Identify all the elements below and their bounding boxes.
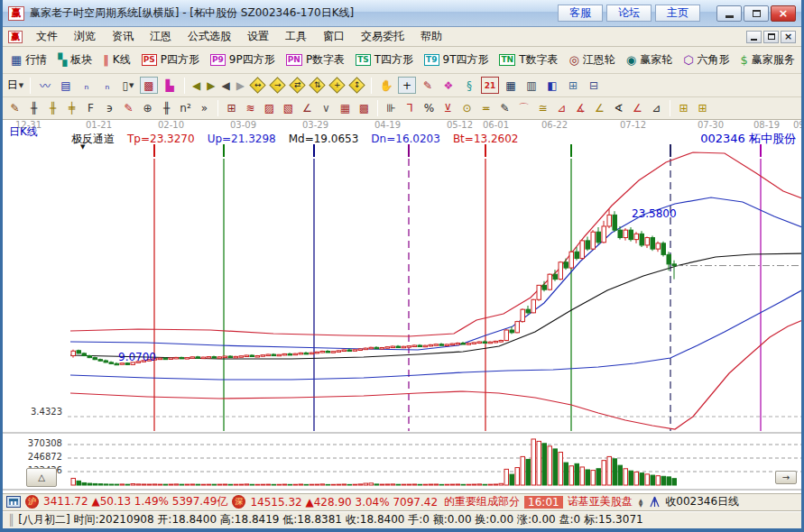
diamond-tool-2[interactable]: ⇄ [289, 77, 305, 93]
maximize-button[interactable] [744, 5, 769, 22]
percent-line[interactable]: ⊻ [439, 100, 457, 116]
gold-ruler-1[interactable]: ╫ [44, 100, 61, 116]
box-lines[interactable]: ▧ [280, 100, 297, 116]
quote-table-icon[interactable] [6, 496, 21, 508]
bars-3-icon[interactable]: ₙ [78, 77, 96, 94]
gold-ruler-2[interactable]: ╪ [63, 100, 80, 116]
speed-angle[interactable]: ∢ [610, 100, 627, 116]
calculator-icon[interactable]: ▦ [502, 77, 520, 94]
circle-ruler[interactable]: ⊕ [139, 100, 156, 116]
nav-prev[interactable]: ◀ [219, 79, 231, 92]
menu-item-3[interactable]: 江恩 [142, 27, 180, 46]
hand-tool[interactable]: ✋ [377, 77, 395, 94]
news-ticker-2[interactable]: 诺基亚美股盘 [568, 494, 633, 509]
info-panel-icon[interactable]: ▤ [57, 77, 75, 94]
news-ticker[interactable]: 的重要组成部分 [444, 494, 520, 509]
toolbar-button-p-square[interactable]: PSP四方形 [137, 50, 204, 69]
crosshair-tool[interactable]: + [398, 77, 416, 94]
diamond-tool-3[interactable]: ⇅ [309, 77, 325, 93]
more-tools[interactable]: » [196, 100, 213, 116]
menu-item-9[interactable]: 帮助 [412, 27, 450, 46]
export-icon[interactable]: ⊞ [564, 77, 582, 94]
toolbar-button-gann-wheel[interactable]: ◎江恩轮 [564, 50, 619, 69]
mdi-restore-button[interactable] [763, 31, 779, 43]
marker-pen[interactable]: ✎ [496, 100, 513, 116]
toolbar-button-sectors[interactable]: ▚板块 [53, 50, 97, 69]
nav-next[interactable]: ▶ [235, 79, 246, 92]
grid-view-2[interactable]: ⊞ [694, 100, 711, 116]
n2-ruler[interactable]: n² [177, 100, 194, 116]
diamond-tool-4[interactable]: + [328, 77, 345, 93]
service-button[interactable]: 客服 [558, 5, 603, 22]
candle-style-selector[interactable]: ▯▼ [119, 77, 137, 94]
chart-area[interactable]: 12-3101-2102-1003-0903-2904-1905-1206-01… [3, 120, 804, 491]
menu-item-4[interactable]: 公式选股 [180, 27, 239, 46]
percent[interactable]: % [420, 100, 438, 116]
printer-icon[interactable]: ⊟ [585, 77, 603, 94]
ticker-spinner[interactable]: ▲▼ [639, 498, 643, 507]
toolbar-button-kline[interactable]: ‖K线 [98, 50, 134, 69]
box-angle[interactable]: ⊿ [648, 100, 665, 116]
toolbar-button-p-number-table[interactable]: PNP数字表 [282, 50, 349, 69]
brush-tool[interactable]: ✎ [6, 100, 23, 116]
j-angle[interactable]: ⊿ [553, 100, 570, 116]
gold-line[interactable]: ≖ [477, 100, 494, 116]
toolbar-button-9t-square[interactable]: T99T四方形 [420, 50, 493, 69]
menu-item-2[interactable]: 资讯 [104, 27, 142, 46]
annotate-pen-tool[interactable]: ✎ [419, 77, 437, 94]
win-angle[interactable]: ∠ [629, 100, 646, 116]
theme-icon[interactable]: ▩ [140, 77, 158, 94]
gold-circle[interactable]: ⊙ [458, 100, 476, 116]
diamond-tool-0[interactable]: ↔ [249, 77, 265, 93]
f-angle[interactable]: ∡ [572, 100, 589, 116]
time-ruler[interactable]: ╫ [25, 100, 42, 116]
spiral-ruler[interactable]: ϶ [101, 100, 118, 116]
box-fan[interactable]: ▨ [261, 100, 278, 116]
toolbar-button-winner-wheel[interactable]: ◉赢家轮 [622, 50, 677, 69]
menu-item-0[interactable]: 文件 [28, 27, 66, 46]
v-line[interactable]: ∨ [318, 100, 335, 116]
flower-tool[interactable]: ❖ [439, 77, 457, 94]
forum-button[interactable]: 论坛 [606, 5, 652, 22]
arc-tool[interactable]: ⌒ [515, 100, 532, 116]
red-brush[interactable]: ✎ [120, 100, 137, 116]
nav-first[interactable]: ◀ [190, 79, 202, 92]
price-bars[interactable]: ⊪ [383, 100, 400, 116]
home-button[interactable]: 主页 [655, 5, 700, 22]
toolbar-button-t-number-table[interactable]: TNT数字表 [494, 50, 562, 69]
fan-lines[interactable]: ≋ [242, 100, 259, 116]
plain-ruler[interactable]: ╫ [158, 100, 175, 116]
percent-retrace[interactable]: ⅂ [402, 100, 419, 116]
dense-grid-2[interactable]: ▩ [356, 100, 373, 116]
toolbar-button-9p-square[interactable]: P99P四方形 [206, 50, 280, 69]
notepad-icon[interactable]: ▥ [522, 77, 541, 94]
toolbar-button-winner-service[interactable]: $赢家服务 [736, 50, 799, 69]
grid-view-1[interactable]: ⊞ [675, 100, 692, 116]
nav-last[interactable]: ▶ [205, 79, 217, 92]
calendar-icon[interactable]: 21 [481, 77, 499, 94]
histogram-colors-icon[interactable]: ▙ [161, 77, 179, 94]
menu-item-1[interactable]: 浏览 [66, 27, 104, 46]
chart-style-icon[interactable]: 〰 [36, 77, 54, 94]
period-day-selector[interactable]: 日▼ [6, 77, 24, 94]
diamond-tool-5[interactable]: ↕ [348, 77, 365, 93]
bars-9-icon[interactable]: ₙ [98, 77, 116, 94]
save-icon[interactable]: ◧ [543, 77, 561, 94]
toolbar-button-quotes[interactable]: ▦行情 [6, 50, 51, 69]
menu-item-8[interactable]: 交易委托 [353, 27, 412, 46]
f-ruler[interactable]: F [82, 100, 99, 116]
menu-item-7[interactable]: 窗口 [315, 27, 353, 46]
gold-angle[interactable]: ∠ [591, 100, 608, 116]
expand-pane-button[interactable]: △ [26, 468, 57, 487]
scroll-right-button[interactable]: → [775, 471, 797, 484]
close-button[interactable]: × [771, 5, 796, 22]
menu-item-5[interactable]: 设置 [239, 27, 277, 46]
toolbar-button-hexagon[interactable]: ⬡六角形 [679, 50, 734, 69]
dense-grid-1[interactable]: ▦ [337, 100, 354, 116]
diamond-tool-1[interactable]: → [269, 77, 285, 93]
mdi-close-button[interactable]: × [781, 31, 796, 43]
gann-box[interactable]: ⊞ [223, 100, 240, 116]
gold-arc[interactable]: ≅ [534, 100, 551, 116]
minimize-button[interactable] [716, 5, 742, 22]
mdi-minimize-button[interactable] [746, 31, 762, 43]
